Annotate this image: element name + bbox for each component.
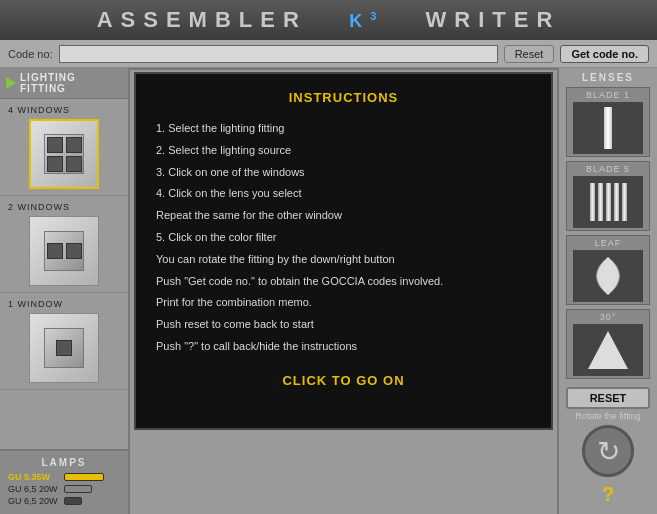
reset-button-top[interactable]: Reset: [504, 45, 555, 63]
step-question: Push "?" to call back/hide the instructi…: [156, 337, 531, 357]
lamp-item-0[interactable]: GU 5.35W: [8, 472, 120, 482]
fitting-inner-4w: [44, 134, 84, 174]
blade5-shape: [590, 183, 627, 221]
lens-label-blade1: BLADE 1: [586, 90, 630, 100]
lenses-title: LENSES: [582, 72, 634, 83]
step-4: 4. Click on the lens you select: [156, 184, 531, 204]
header: ASSEMBLER K3 WRITER: [0, 0, 657, 40]
lens-preview-blade5: [573, 176, 643, 228]
title-k3: K3: [349, 11, 397, 31]
fitting-box-4w[interactable]: [29, 119, 99, 189]
click-to-go-button[interactable]: CLICK TO GO ON: [156, 373, 531, 388]
lens-preview-30deg: [573, 324, 643, 376]
center-panel: INSTRUCTIONS 1. Select the lighting fitt…: [130, 68, 557, 514]
instructions-title: INSTRUCTIONS: [156, 90, 531, 105]
fitting-label-1w: 1 WINDOW: [8, 299, 63, 309]
fitting-box-1w[interactable]: [29, 313, 99, 383]
step-rotate: You can rotate the fitting by the down/r…: [156, 250, 531, 270]
lamp-indicator-2: [64, 497, 82, 505]
get-code-button[interactable]: Get code no.: [560, 45, 649, 63]
code-bar: Code no: Reset Get code no.: [0, 40, 657, 68]
lens-item-blade1[interactable]: BLADE 1: [566, 87, 650, 157]
lamp-indicator-0: [64, 473, 104, 481]
step-repeat: Repeat the same for the other window: [156, 206, 531, 226]
rotate-icon: ↻: [597, 435, 620, 468]
fitting-item-4windows[interactable]: 4 WINDOWS: [0, 99, 128, 196]
lens-item-blade5[interactable]: BLADE 5: [566, 161, 650, 231]
fitting-windows-2w: [47, 243, 82, 259]
title-writer: WRITER: [426, 7, 561, 32]
fitting-item-2windows[interactable]: 2 WINDOWS: [0, 196, 128, 293]
fitting-box-2w[interactable]: [29, 216, 99, 286]
arrow-icon: [6, 77, 16, 89]
step-1: 1. Select the lighting fitting: [156, 119, 531, 139]
blade1-shape: [604, 107, 612, 149]
fitting-item-1window[interactable]: 1 WINDOW: [0, 293, 128, 390]
lens-label-leaf: LEAF: [595, 238, 622, 248]
lamps-title: LAMPS: [8, 457, 120, 468]
step-print: Print for the combination memo.: [156, 293, 531, 313]
rotate-label: Rotate the fitting: [575, 411, 641, 421]
lighting-fitting-header: LIGHTING FITTING: [0, 68, 128, 99]
lamp-label-1: GU 6,5 20W: [8, 484, 60, 494]
lens-preview-leaf: [573, 250, 643, 302]
title-assembler: ASSEMBLER: [97, 7, 307, 32]
lamp-item-1[interactable]: GU 6,5 20W: [8, 484, 120, 494]
step-getcode: Push "Get code no." to obtain the GOCCIA…: [156, 272, 531, 292]
instructions-text: 1. Select the lighting fitting 2. Select…: [156, 119, 531, 357]
lens-item-leaf[interactable]: LEAF: [566, 235, 650, 305]
lens-item-30deg[interactable]: 30°: [566, 309, 650, 379]
step-5: 5. Click on the color filter: [156, 228, 531, 248]
leaf-shape: [583, 255, 633, 297]
question-button[interactable]: ?: [602, 483, 614, 506]
lamp-item-2[interactable]: GU 6,5 20W: [8, 496, 120, 506]
lamp-label-0: GU 5.35W: [8, 472, 60, 482]
fitting-label-2w: 2 WINDOWS: [8, 202, 70, 212]
main-area: LIGHTING FITTING 4 WINDOWS 2 WINDOWS: [0, 68, 657, 514]
step-2: 2. Select the lighting source: [156, 141, 531, 161]
step-reset: Push reset to come back to start: [156, 315, 531, 335]
code-label: Code no:: [8, 48, 53, 60]
lamps-section: LAMPS GU 5.35W GU 6,5 20W GU 6,5 20W: [0, 449, 128, 514]
lens-label-blade5: BLADE 5: [586, 164, 630, 174]
lens-label-30deg: 30°: [600, 312, 617, 322]
left-panel: LIGHTING FITTING 4 WINDOWS 2 WINDOWS: [0, 68, 130, 514]
fitting-label-4w: 4 WINDOWS: [8, 105, 70, 115]
rotate-button[interactable]: ↻: [582, 425, 634, 477]
lighting-fitting-title: LIGHTING FITTING: [20, 72, 122, 94]
lamp-indicator-1: [64, 485, 92, 493]
app-title: ASSEMBLER K3 WRITER: [97, 7, 561, 33]
lens-preview-blade1: [573, 102, 643, 154]
instructions-overlay: INSTRUCTIONS 1. Select the lighting fitt…: [134, 72, 553, 430]
step-3: 3. Click on one of the windows: [156, 163, 531, 183]
right-panel: LENSES BLADE 1 BLADE 5 LEAF: [557, 68, 657, 514]
fitting-windows-4w: [47, 137, 82, 172]
lamp-label-2: GU 6,5 20W: [8, 496, 60, 506]
fitting-inner-2w: [44, 231, 84, 271]
code-input[interactable]: [59, 45, 498, 63]
reset-button-right[interactable]: RESET: [566, 387, 650, 409]
fitting-inner-1w: [44, 328, 84, 368]
30deg-shape: [588, 331, 628, 369]
